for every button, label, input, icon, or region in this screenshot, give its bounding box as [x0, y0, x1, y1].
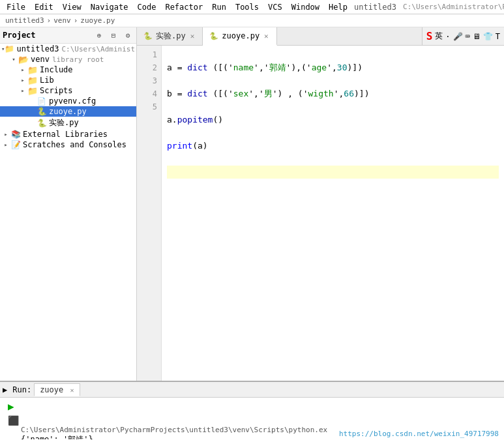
tree-item-lib[interactable]: ▸ 📁 Lib	[0, 75, 136, 85]
tab-label-zuoye: zuoye.py	[222, 31, 259, 40]
tree-item-venv[interactable]: ▾ 📂 venv library root	[0, 54, 136, 65]
menu-navigate[interactable]: Navigate	[87, 1, 132, 13]
tree-label-extlibs: External Libraries	[23, 130, 108, 139]
title-path: C:\Users\Administrator\PycharmPro...	[403, 3, 504, 11]
tab-close-shiyan[interactable]: ✕	[189, 32, 196, 40]
tree-arrow-lib: ▸	[18, 76, 27, 85]
editor-area: 🐍 实验.py ✕ 🐍 zuoye.py ✕ S 英 ·	[137, 27, 504, 381]
code-line-4: print(a)	[167, 139, 499, 153]
line-numbers: 1 2 3 4 5	[137, 46, 162, 381]
tree-label-untitled3: untitled3	[16, 44, 59, 53]
folder-open-icon-venv: 📂	[18, 55, 29, 64]
sidebar-settings-btn[interactable]: ⚙	[122, 29, 134, 41]
bottom-tab-close-zuoye[interactable]: ✕	[70, 387, 74, 394]
code-line-5	[167, 166, 499, 179]
code-line-2: b = dict ([('sex','男') , ('wigth',66)])	[167, 87, 499, 100]
breadcrumb-file: zuoye.py	[80, 16, 115, 25]
menu-file[interactable]: File	[3, 1, 29, 13]
sidebar-collapse-btn[interactable]: ⊟	[108, 29, 119, 41]
tree-item-shiyan[interactable]: ▸ 🐍 实验.py	[0, 117, 136, 129]
sougou-keyboard-icon[interactable]: ⌨	[466, 32, 470, 41]
menu-code[interactable]: Code	[134, 1, 160, 13]
menu-help[interactable]: Help	[325, 1, 351, 13]
sougou-skin-icon[interactable]: 👕	[483, 32, 493, 41]
tree-item-include[interactable]: ▸ 📁 Include	[0, 65, 136, 75]
breadcrumb-sep2: ›	[74, 16, 78, 25]
tab-label-shiyan: 实验.py	[156, 31, 186, 42]
tree-item-zuoye[interactable]: ▸ 🐍 zuoye.py	[0, 106, 136, 117]
tree-item-pyvenv[interactable]: ▸ 📄 pyvenv.cfg	[0, 96, 136, 106]
py-file-icon-zuoye: 🐍	[37, 107, 47, 116]
tree-item-scripts[interactable]: ▸ 📁 Scripts	[0, 85, 136, 96]
tab-bar-wrapper: 🐍 实验.py ✕ 🐍 zuoye.py ✕ S 英 ·	[137, 27, 504, 46]
tree-item-untitled3[interactable]: ▾ 📁 untitled3 C:\Users\Administra...	[0, 44, 136, 54]
tab-close-zuoye[interactable]: ✕	[263, 32, 270, 40]
extlib-icon: 📚	[10, 130, 21, 139]
sougou-t-icon[interactable]: T	[496, 32, 500, 41]
tree-label-venv: venv	[31, 55, 50, 64]
code-lines[interactable]: a = dict ([('name','郭靖'),('age',30)]) b …	[162, 46, 504, 381]
tree-sublabel-venv: library root	[52, 55, 104, 64]
bottom-tab-zuoye[interactable]: zuoye ✕	[34, 383, 80, 396]
menu-window[interactable]: Window	[288, 1, 323, 13]
line-num-5: 5	[140, 100, 157, 113]
run-icon: ▶	[3, 385, 7, 394]
tree-arrow-scripts: ▸	[18, 86, 27, 95]
tree-item-extlibs[interactable]: ▸ 📚 External Libraries	[0, 129, 136, 139]
tree-arrow-extlibs: ▸	[1, 130, 10, 139]
folder-icon-scripts: 📁	[27, 86, 38, 95]
run-stop-btn[interactable]: ⬛	[8, 415, 499, 426]
tab-zuoye[interactable]: 🐍 zuoye.py ✕	[203, 27, 276, 46]
tab-shiyan[interactable]: 🐍 实验.py ✕	[137, 27, 203, 45]
menubar: File Edit View Navigate Code Refactor Ru…	[0, 0, 504, 14]
folder-icon-lib: 📁	[27, 76, 38, 85]
bottom-panel: ▶ Run: zuoye ✕ ▶ ⬛ C:\Users\Administrato…	[0, 381, 504, 439]
menu-vcs[interactable]: VCS	[264, 1, 286, 13]
menu-tools[interactable]: Tools	[231, 1, 263, 13]
sougou-toolbar: S 英 · 🎤 ⌨ 🖥 👕 T	[422, 27, 504, 45]
tree-arrow-scratches: ▸	[1, 140, 10, 149]
tree-item-scratches[interactable]: ▸ 📝 Scratches and Consoles	[0, 139, 136, 150]
run-play-btn[interactable]: ▶	[8, 400, 499, 413]
tree-label-lib: Lib	[40, 76, 54, 85]
breadcrumb-sep1: ›	[47, 16, 52, 25]
title-project: untitled3	[354, 3, 402, 12]
line-num-4: 4	[140, 87, 157, 100]
tree-label-zuoye: zuoye.py	[49, 107, 87, 116]
code-line-1: a = dict ([('name','郭靖'),('age',30)])	[167, 61, 499, 74]
tab-bar: 🐍 实验.py ✕ 🐍 zuoye.py ✕ S 英 ·	[137, 27, 504, 46]
line-num-2: 2	[140, 61, 157, 74]
sougou-lang-btn[interactable]: 英	[435, 31, 443, 42]
run-label: Run:	[12, 385, 31, 394]
breadcrumb-venv: venv	[53, 16, 71, 25]
tree-sublabel-untitled3: C:\Users\Administra...	[61, 45, 136, 53]
cfg-file-icon: 📄	[37, 96, 47, 106]
menu-edit[interactable]: Edit	[31, 1, 57, 13]
bottom-tabs: ▶ Run: zuoye ✕	[0, 382, 504, 398]
menu-view[interactable]: View	[59, 1, 85, 13]
bottom-tab-label-zuoye: zuoye	[40, 385, 63, 394]
scratches-icon: 📝	[10, 140, 21, 149]
code-line-3: a.popitem()	[167, 113, 499, 126]
tab-icon-shiyan: 🐍	[143, 32, 153, 40]
content-area: Project ⊕ ⊟ ⚙ ▾ 📁 untitled3 C:\Users\Adm…	[0, 27, 504, 381]
tree-label-scripts: Scripts	[40, 86, 73, 95]
sougou-mic-icon[interactable]: 🎤	[453, 32, 463, 41]
folder-icon-include: 📁	[27, 65, 38, 74]
run-controls: ▶ ⬛	[8, 400, 499, 426]
menu-run[interactable]: Run	[208, 1, 230, 13]
sidebar: Project ⊕ ⊟ ⚙ ▾ 📁 untitled3 C:\Users\Adm…	[0, 27, 137, 381]
tree-label-scratches: Scratches and Consoles	[23, 140, 126, 149]
sougou-dot: ·	[445, 32, 450, 41]
tree-arrow-venv: ▾	[9, 55, 18, 64]
bottom-watermark: https://blog.csdn.net/weixin_49717998	[339, 430, 499, 438]
project-icon: 📁	[5, 44, 14, 53]
breadcrumb-project: untitled3	[5, 16, 44, 25]
menu-refactor[interactable]: Refactor	[161, 1, 207, 13]
code-editor[interactable]: 1 2 3 4 5 a = dict ([('name','郭靖'),('age…	[137, 46, 504, 381]
tree-arrow-include: ▸	[18, 65, 27, 74]
sougou-screen-icon[interactable]: 🖥	[473, 32, 481, 41]
sidebar-add-btn[interactable]: ⊕	[93, 29, 105, 41]
py-file-icon-shiyan: 🐍	[37, 119, 47, 128]
tree-label-shiyan: 实验.py	[49, 117, 79, 128]
